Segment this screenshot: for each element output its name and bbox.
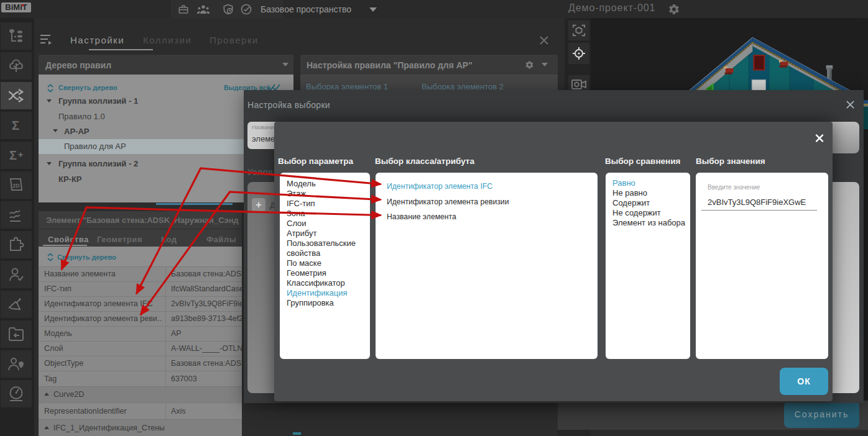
svg-text:+: +	[18, 150, 23, 160]
svg-text:2D: 2D	[12, 183, 20, 189]
svg-text:Σ: Σ	[9, 148, 17, 162]
svg-text:Σ: Σ	[12, 119, 19, 132]
